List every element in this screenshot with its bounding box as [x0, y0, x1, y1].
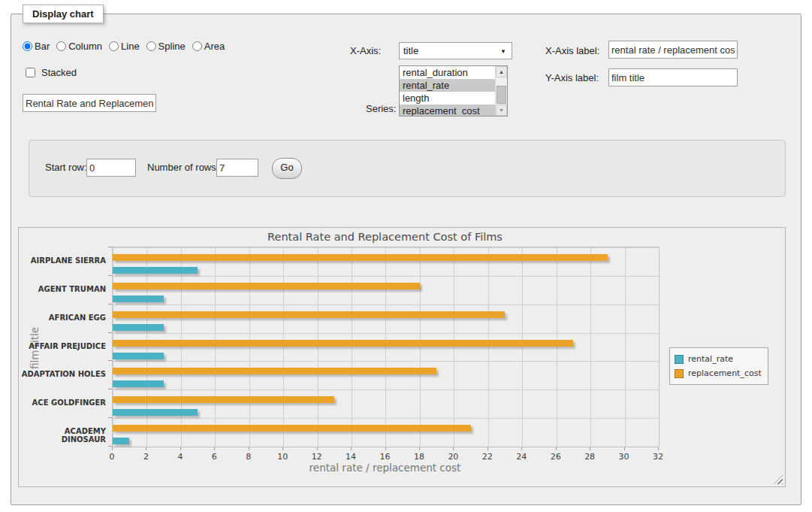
category-label: ACE GOLDFINGER	[19, 398, 106, 407]
x-axis-tick	[556, 447, 557, 450]
x-axis-selected-value: title	[403, 45, 418, 56]
x-axis-tick	[180, 447, 181, 450]
y-axis-tick	[108, 304, 112, 304]
x-tick-label: 12	[306, 452, 328, 462]
x-tick-label: 14	[340, 452, 362, 462]
x-axis-tick	[282, 447, 283, 450]
legend-swatch-icon	[675, 369, 684, 378]
x-axis-tick	[385, 447, 386, 450]
chart-type-radio-spline[interactable]	[146, 41, 156, 51]
x-axis-tick	[521, 447, 522, 450]
x-tick-label: 4	[169, 452, 192, 462]
y-axis-tick	[108, 247, 112, 247]
x-axis-label-label: X-Axis label:	[545, 42, 599, 60]
page: Display chart BarColumnLineSplineArea St…	[0, 0, 812, 512]
scroll-up-icon[interactable]: ▲	[496, 66, 507, 77]
legend-swatch-icon	[675, 355, 684, 364]
scroll-down-icon[interactable]: ▼	[496, 105, 507, 116]
x-tick-label: 20	[442, 452, 464, 462]
x-tick-label: 2	[134, 452, 157, 462]
series-option-length[interactable]: length	[400, 92, 496, 105]
go-button[interactable]: Go	[272, 158, 302, 179]
bar-rental_rate	[113, 353, 164, 359]
x-axis-tick	[658, 447, 659, 450]
series-list-scrollbar[interactable]: ▲ ▼	[495, 66, 507, 116]
x-axis-tick	[214, 447, 215, 450]
select-dropdown-arrow-icon: ▼	[500, 48, 506, 55]
chart-title: Rental Rate and Replacement Cost of Film…	[112, 231, 658, 243]
start-row-input[interactable]	[86, 159, 136, 177]
chart-type-radio-line[interactable]	[109, 41, 119, 51]
chart-legend: rental_ratereplacement_cost	[669, 347, 768, 385]
bar-replacement_cost	[113, 311, 505, 318]
y-axis-tick	[108, 275, 112, 276]
series-list-label: Series:	[366, 100, 396, 118]
x-axis-tick	[453, 447, 454, 450]
plot-area	[112, 247, 660, 447]
x-tick-label: 6	[203, 452, 225, 462]
scrollbar-thumb[interactable]	[497, 86, 506, 104]
chart-type-radio-area[interactable]	[192, 41, 202, 51]
x-axis-title: rental rate / replacement cost	[112, 462, 658, 474]
stacked-row: Stacked	[23, 65, 77, 80]
x-axis-select-label: X-Axis:	[350, 42, 381, 60]
bar-rental_rate	[113, 380, 164, 387]
y-axis-tick	[108, 389, 112, 389]
y-axis-tick	[108, 332, 112, 333]
x-tick-label: 10	[271, 452, 294, 462]
bar-replacement_cost	[113, 368, 436, 374]
bar-rental_rate	[113, 324, 164, 331]
x-tick-label: 28	[578, 452, 601, 462]
resize-handle-icon[interactable]	[774, 475, 783, 484]
chart-container: Rental Rate and Replacement Cost of Film…	[18, 227, 786, 487]
chart-type-label: Spline	[158, 41, 186, 52]
x-tick-label: 24	[510, 452, 533, 462]
category-label: ADAPTATION HOLES	[19, 370, 106, 378]
category-label: AFFAIR PREJUDICE	[19, 342, 106, 350]
chart-type-label: Area	[204, 41, 225, 52]
category-label: ACADEMY DINOSAUR	[19, 427, 106, 444]
chart-type-radio-bar[interactable]	[23, 41, 32, 51]
y-axis-tick	[108, 360, 112, 361]
chart-title-input[interactable]	[23, 94, 156, 112]
x-axis-tick	[351, 447, 352, 450]
chart-type-options: BarColumnLineSplineArea	[23, 41, 231, 52]
bar-rental_rate	[113, 438, 129, 444]
bar-replacement_cost	[113, 254, 608, 261]
stacked-checkbox[interactable]	[26, 68, 35, 77]
y-axis-label-label: Y-Axis label:	[545, 69, 599, 87]
bar-rental_rate	[113, 409, 198, 416]
category-label: AIRPLANE SIERRA	[19, 256, 106, 265]
x-axis-tick	[146, 447, 146, 450]
series-option-replacement_cost[interactable]: replacement_cost	[400, 105, 496, 117]
x-axis-tick	[624, 447, 625, 450]
x-axis-label-input[interactable]	[608, 41, 738, 59]
bar-rental_rate	[113, 267, 198, 274]
chart-type-label: Line	[121, 41, 140, 52]
row-range-panel	[29, 140, 786, 197]
number-of-rows-input[interactable]	[216, 159, 258, 177]
x-tick-label: 22	[476, 452, 499, 462]
legend-entry: rental_rate	[675, 352, 762, 366]
fieldset-legend: Display chart	[23, 5, 104, 23]
x-axis-tick	[317, 447, 318, 450]
series-option-rental_rate[interactable]: rental_rate	[400, 79, 496, 92]
x-axis-select[interactable]: title ▼	[399, 42, 512, 59]
x-axis-tick	[419, 447, 420, 450]
legend-entry: replacement_cost	[675, 366, 762, 380]
x-axis-tick	[488, 447, 488, 450]
legend-label: replacement_cost	[688, 368, 762, 378]
x-axis-tick	[112, 447, 113, 450]
x-tick-label: 26	[545, 452, 567, 462]
category-label: AFRICAN EGG	[19, 314, 106, 322]
stacked-label: Stacked	[41, 67, 77, 78]
series-option-rental_duration[interactable]: rental_duration	[400, 66, 496, 79]
x-tick-label: 0	[101, 452, 123, 462]
x-axis-tick	[590, 447, 590, 450]
chart-type-label: Column	[68, 41, 102, 52]
bar-replacement_cost	[113, 283, 420, 289]
x-tick-label: 32	[647, 452, 669, 462]
y-axis-label-input[interactable]	[608, 68, 738, 86]
chart-type-radio-column[interactable]	[56, 41, 66, 51]
start-row-label: Start row:	[45, 159, 87, 177]
